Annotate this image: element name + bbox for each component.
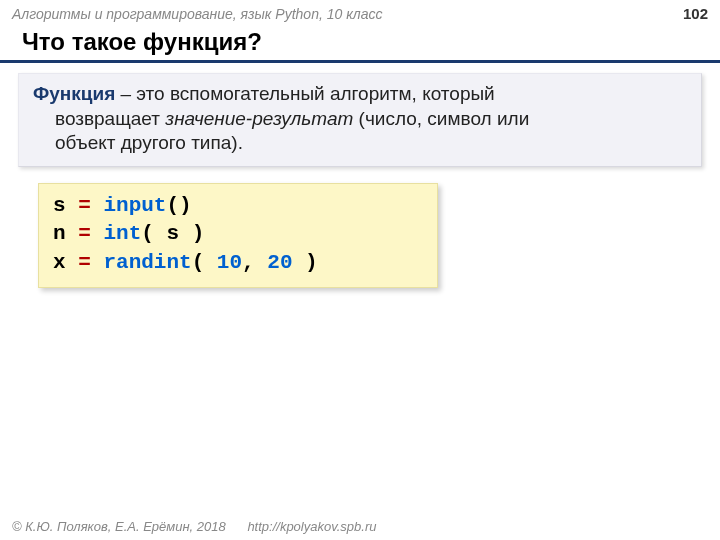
code-box: s = input() n = int( s ) x = randint( 10… — [38, 183, 438, 288]
code-fn: int — [103, 222, 141, 245]
page-title: Что такое функция? — [0, 24, 720, 60]
code-num: 10 — [217, 251, 242, 274]
definition-line3: объект другого типа). — [33, 131, 687, 156]
definition-part1: это вспомогательный алгоритм, который — [136, 83, 494, 104]
code-paren: ) — [293, 251, 318, 274]
definition-dash: – — [115, 83, 136, 104]
footer-copyright: © К.Ю. Поляков, Е.А. Ерёмин, 2018 — [12, 519, 226, 534]
footer-url: http://kpolyakov.spb.ru — [247, 519, 376, 534]
code-paren: ) — [179, 222, 204, 245]
definition-term: Функция — [33, 83, 115, 104]
footer: © К.Ю. Поляков, Е.А. Ерёмин, 2018 http:/… — [12, 519, 376, 534]
code-paren: () — [166, 194, 191, 217]
code-fn: randint — [103, 251, 191, 274]
page-number: 102 — [683, 5, 708, 22]
code-paren: ( — [192, 251, 217, 274]
course-label: Алгоритмы и программирование, язык Pytho… — [12, 6, 382, 22]
title-underline — [0, 60, 720, 63]
code-op: = — [66, 194, 104, 217]
code-arg: s — [166, 222, 179, 245]
definition-part2b: (число, символ или — [353, 108, 529, 129]
code-paren: ( — [141, 222, 166, 245]
code-op: = — [66, 222, 104, 245]
code-var: s — [53, 194, 66, 217]
code-var: x — [53, 251, 66, 274]
code-var: n — [53, 222, 66, 245]
definition-part2a: возвращает — [55, 108, 165, 129]
definition-line2: возвращает значение-результат (число, си… — [33, 107, 687, 132]
definition-em: значение-результат — [165, 108, 353, 129]
code-fn: input — [103, 194, 166, 217]
code-num: 20 — [267, 251, 292, 274]
definition-box: Функция – это вспомогательный алгоритм, … — [18, 73, 702, 167]
code-comma: , — [242, 251, 267, 274]
code-op: = — [66, 251, 104, 274]
header-bar: Алгоритмы и программирование, язык Pytho… — [0, 0, 720, 24]
